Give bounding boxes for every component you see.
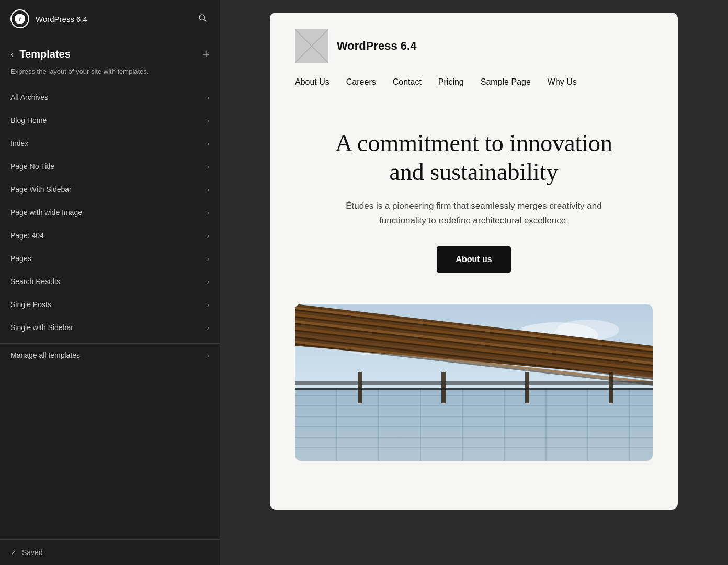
preview-site-name: WordPress 6.4	[337, 39, 416, 53]
sidebar-header: W WordPress 6.4	[0, 0, 220, 38]
preview-hero: A commitment to innovation and sustainab…	[270, 97, 678, 293]
preview-nav: About Us Careers Contact Pricing Sample …	[295, 77, 653, 87]
nav-item-careers[interactable]: Careers	[346, 77, 376, 87]
app-title: WordPress 6.4	[36, 15, 189, 24]
preview-site-header: WordPress 6.4 About Us Careers Contact P…	[270, 13, 678, 97]
template-item-pages[interactable]: Pages ›	[0, 247, 220, 270]
preview-card: WordPress 6.4 About Us Careers Contact P…	[270, 13, 678, 510]
preview-area: WordPress 6.4 About Us Careers Contact P…	[220, 0, 728, 565]
svg-rect-39	[295, 388, 653, 461]
template-label: Blog Home	[10, 116, 47, 125]
templates-panel-header: ‹ Templates +	[0, 38, 220, 64]
chevron-right-icon: ›	[207, 352, 209, 359]
template-item-page-404[interactable]: Page: 404 ›	[0, 224, 220, 247]
chevron-right-icon: ›	[207, 140, 209, 148]
manage-section: Manage all templates ›	[0, 343, 220, 367]
svg-line-3	[204, 19, 206, 21]
hero-cta-button[interactable]: About us	[437, 246, 510, 273]
template-label: Page No Title	[10, 162, 54, 171]
manage-all-templates-button[interactable]: Manage all templates ›	[0, 344, 220, 367]
template-item-blog-home[interactable]: Blog Home ›	[0, 109, 220, 132]
template-item-single-posts[interactable]: Single Posts ›	[0, 293, 220, 316]
preview-image-section	[270, 293, 678, 482]
hero-title: A commitment to innovation and sustainab…	[317, 129, 631, 186]
chevron-right-icon: ›	[207, 209, 209, 217]
template-label: Page: 404	[10, 231, 44, 240]
chevron-right-icon: ›	[207, 324, 209, 332]
wp-logo[interactable]: W	[10, 9, 29, 28]
template-label: Single with Sidebar	[10, 323, 73, 332]
templates-panel: ‹ Templates + Express the layout of your…	[0, 38, 220, 539]
template-item-single-sidebar[interactable]: Single with Sidebar ›	[0, 316, 220, 339]
template-item-index[interactable]: Index ›	[0, 132, 220, 155]
nav-item-contact[interactable]: Contact	[393, 77, 422, 87]
site-logo	[295, 29, 328, 63]
sidebar: W WordPress 6.4 ‹ Templates + Express th…	[0, 0, 220, 565]
nav-item-pricing[interactable]: Pricing	[438, 77, 464, 87]
templates-subtitle: Express the layout of your site with tem…	[0, 64, 220, 86]
template-label: Index	[10, 139, 28, 148]
saved-status-label: Saved	[22, 548, 43, 557]
template-label: Single Posts	[10, 300, 51, 309]
building-image	[295, 304, 653, 461]
template-item-search-results[interactable]: Search Results ›	[0, 270, 220, 293]
back-button[interactable]: ‹	[10, 50, 13, 59]
search-icon[interactable]	[196, 11, 209, 27]
template-label: Search Results	[10, 277, 60, 286]
sidebar-footer: ✓ Saved	[0, 539, 220, 565]
template-item-page-no-title[interactable]: Page No Title ›	[0, 155, 220, 178]
template-list: All Archives › Blog Home › Index › Page …	[0, 86, 220, 339]
hero-subtitle: Études is a pioneering firm that seamles…	[327, 199, 620, 227]
chevron-right-icon: ›	[207, 163, 209, 171]
add-template-button[interactable]: +	[202, 49, 209, 60]
svg-rect-44	[295, 381, 653, 385]
chevron-right-icon: ›	[207, 232, 209, 240]
nav-item-about-us[interactable]: About Us	[295, 77, 329, 87]
saved-check-icon: ✓	[10, 548, 17, 557]
template-label: Page With Sidebar	[10, 185, 72, 194]
nav-item-sample-page[interactable]: Sample Page	[481, 77, 531, 87]
svg-text:W: W	[17, 16, 23, 22]
chevron-right-icon: ›	[207, 94, 209, 101]
svg-point-2	[199, 15, 205, 20]
templates-title: Templates	[19, 48, 196, 60]
nav-item-why-us[interactable]: Why Us	[548, 77, 577, 87]
manage-label: Manage all templates	[10, 351, 80, 359]
template-item-page-wide-image[interactable]: Page with wide Image ›	[0, 201, 220, 224]
template-label: Pages	[10, 254, 31, 263]
chevron-right-icon: ›	[207, 301, 209, 309]
template-label: All Archives	[10, 93, 48, 101]
chevron-right-icon: ›	[207, 186, 209, 194]
chevron-right-icon: ›	[207, 278, 209, 286]
chevron-right-icon: ›	[207, 255, 209, 263]
template-item-page-with-sidebar[interactable]: Page With Sidebar ›	[0, 178, 220, 201]
template-label: Page with wide Image	[10, 208, 82, 217]
template-item-all-archives[interactable]: All Archives ›	[0, 86, 220, 109]
preview-logo-row: WordPress 6.4	[295, 29, 653, 63]
chevron-right-icon: ›	[207, 117, 209, 125]
svg-rect-45	[295, 388, 653, 390]
